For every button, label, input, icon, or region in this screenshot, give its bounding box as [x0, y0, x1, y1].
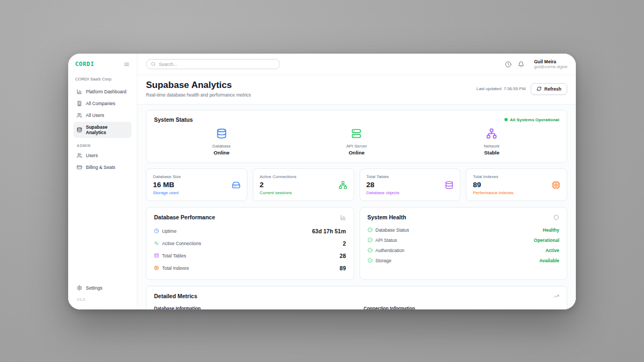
- app-window: CORDI CORDI SaaS Corp. Platform Dashboar…: [68, 54, 576, 309]
- sidebar-item-label: Users: [86, 153, 98, 158]
- check-circle-icon: [368, 227, 372, 232]
- metric-label: Total Tables: [367, 174, 400, 179]
- status-item-label: Database: [154, 144, 289, 149]
- check-circle-icon: [368, 258, 372, 263]
- metric-label: Database Size: [153, 174, 181, 179]
- sidebar-item-billing-seats[interactable]: Billing & Seats: [74, 162, 131, 173]
- health-row-storage: Storage Available: [368, 255, 560, 265]
- check-circle-icon: [368, 238, 372, 242]
- cpu-icon: [154, 265, 159, 270]
- page-header: Supabase Analytics Real-time database he…: [137, 75, 576, 105]
- main-area: Guil Meira guil@creme.digital Supabase A…: [137, 54, 576, 309]
- performance-row-active-connections: Active Connections 2: [154, 237, 346, 249]
- activity-icon: [154, 241, 159, 246]
- column-heading: Database Information: [154, 306, 350, 309]
- clock-icon: [154, 228, 159, 233]
- performance-row-total-tables: Total Tables 28: [154, 249, 346, 262]
- health-row-label: API Status: [376, 238, 397, 243]
- sidebar-item-supabase-analytics[interactable]: Supabase Analytics: [74, 122, 131, 138]
- metric-card-active-connections: Active Connections 2 Current sessions: [253, 168, 354, 201]
- database-icon: [445, 181, 453, 189]
- hard-drive-icon: [232, 181, 240, 189]
- performance-row-label: Total Indexes: [162, 265, 189, 271]
- metric-sublabel: Performance indexes: [473, 190, 514, 195]
- metric-card-database-size: Database Size 16 MB Storage used: [146, 168, 247, 201]
- bar-chart-icon: [340, 215, 346, 220]
- status-item-api-server: API Server Online: [289, 128, 425, 156]
- metric-value: 2: [260, 181, 296, 189]
- performance-row-value: 2: [343, 240, 346, 247]
- sidebar-header: CORDI: [74, 61, 131, 68]
- health-row-label: Storage: [376, 258, 392, 263]
- network-icon: [486, 128, 497, 139]
- user-name: Guil Meira: [534, 59, 567, 65]
- metric-sublabel: Current sessions: [260, 190, 296, 195]
- app-version: V1.0: [77, 297, 128, 302]
- sidebar-item-settings[interactable]: Settings: [74, 283, 131, 293]
- metric-sublabel: Database objects: [367, 190, 400, 195]
- performance-row-label: Active Connections: [162, 241, 201, 246]
- status-item-database: Database Online: [154, 128, 289, 156]
- status-badge: All Systems Operational: [504, 117, 559, 122]
- search-input[interactable]: [159, 62, 275, 67]
- refresh-button[interactable]: Refresh: [531, 83, 567, 95]
- health-row-database-status: Database Status Healthy: [368, 225, 560, 235]
- sidebar-item-all-users[interactable]: All Users: [74, 110, 131, 121]
- users-icon: [77, 153, 82, 158]
- performance-row-value: 63d 17h 51m: [312, 228, 346, 234]
- sidebar-item-label: Supabase Analytics: [86, 124, 128, 135]
- database-icon: [154, 253, 159, 258]
- database-icon: [216, 128, 227, 139]
- bell-icon[interactable]: [518, 61, 524, 68]
- performance-row-total-indexes: Total Indexes 89: [154, 262, 346, 274]
- gear-icon: [77, 285, 82, 291]
- menu-icon[interactable]: [123, 61, 130, 68]
- trending-up-icon: [553, 293, 559, 299]
- sidebar-item-label: Settings: [86, 285, 103, 291]
- metric-label: Total Indexes: [473, 174, 514, 179]
- user-menu[interactable]: Guil Meira guil@creme.digital: [534, 59, 567, 70]
- user-email: guil@creme.digital: [534, 64, 567, 69]
- health-row-label: Authentication: [376, 248, 405, 253]
- sidebar-item-users[interactable]: Users: [74, 150, 131, 161]
- status-badge-label: All Systems Operational: [510, 117, 559, 122]
- shield-icon: [553, 215, 559, 220]
- system-status-title: System Status: [154, 116, 193, 123]
- history-icon[interactable]: [505, 61, 511, 68]
- refresh-label: Refresh: [544, 86, 561, 92]
- app-logo: CORDI: [75, 61, 94, 68]
- database-information-column: Database Information Database Size: 16 M…: [154, 306, 350, 309]
- metric-label: Active Connections: [260, 174, 296, 179]
- detailed-metrics-card: Detailed Metrics Database Information Da…: [146, 286, 567, 309]
- sidebar-section-admin: ADMIN: [77, 144, 128, 147]
- health-row-authentication: Authentication Active: [368, 245, 560, 255]
- metric-value: 28: [367, 181, 400, 189]
- bar-chart-icon: [77, 89, 82, 94]
- desktop-background: CORDI CORDI SaaS Corp. Platform Dashboar…: [0, 0, 644, 362]
- sidebar-item-all-companies[interactable]: All Companies: [74, 98, 131, 109]
- sidebar-item-platform-dashboard[interactable]: Platform Dashboard: [74, 86, 131, 97]
- network-icon: [339, 181, 347, 189]
- page-title: Supabase Analytics: [146, 80, 251, 91]
- credit-card-icon: [77, 165, 82, 170]
- page-subtitle: Real-time database health and performanc…: [146, 92, 251, 98]
- check-circle-icon: [368, 248, 372, 253]
- metric-card-total-tables: Total Tables 28 Database objects: [360, 168, 461, 201]
- connection-information-column: Connection Information Active Connection…: [364, 306, 560, 309]
- metric-cards-row: Database Size 16 MB Storage used Active …: [146, 168, 567, 201]
- refresh-icon: [537, 86, 541, 91]
- sidebar-footer: Settings V1.0: [74, 283, 131, 302]
- health-row-value: Active: [545, 248, 559, 253]
- health-row-label: Database Status: [376, 227, 409, 233]
- search-box[interactable]: [146, 59, 280, 69]
- last-updated: Last updated: 7:36:55 PM: [477, 86, 526, 91]
- performance-row-value: 89: [340, 265, 346, 271]
- sidebar-item-label: All Users: [86, 113, 104, 118]
- org-name: CORDI SaaS Corp.: [75, 77, 130, 82]
- status-dot: [504, 118, 508, 121]
- cpu-icon: [552, 181, 560, 189]
- content-area: System Status All Systems Operational Da…: [137, 105, 576, 309]
- status-item-label: API Server: [289, 144, 425, 149]
- status-item-network: Network Stable: [424, 128, 559, 156]
- metric-value: 89: [473, 181, 514, 189]
